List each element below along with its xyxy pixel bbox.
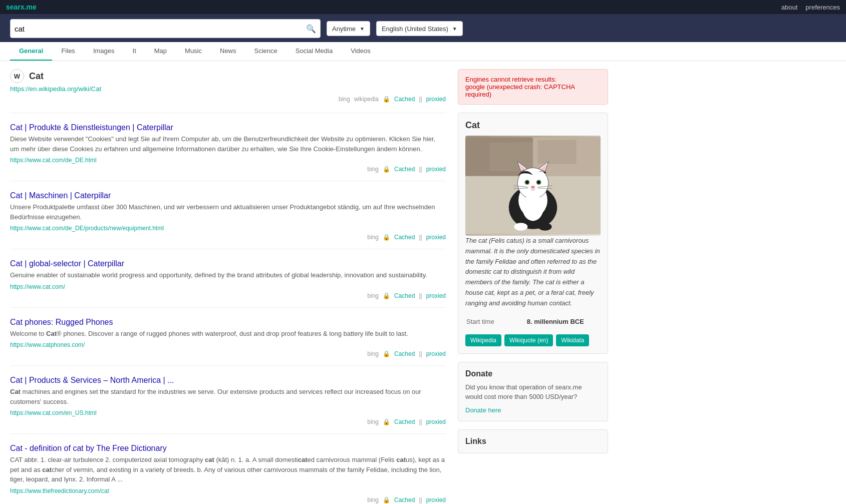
tab-social-media[interactable]: Social Media [287, 42, 342, 61]
cat-info-card: Cat [458, 113, 608, 354]
wiki-cached-link[interactable]: Cached [394, 96, 415, 103]
cached-icon-1: 🔒 [383, 234, 390, 241]
info-buttons: Wikipedia Wikiquote (en) Wikidata [465, 334, 601, 346]
result-title-1[interactable]: Cat | Maschinen | Caterpillar [10, 191, 111, 200]
tab-map[interactable]: Map [145, 42, 176, 61]
result-proxied-5[interactable]: proxied [426, 496, 446, 503]
wiki-url[interactable]: https://en.wikipedia.org/wiki/Cat [10, 85, 446, 93]
wiki-source-wikipedia: wikipedia [354, 96, 379, 103]
svg-rect-2 [489, 142, 537, 171]
donate-text: Did you know that operation of searx.me … [465, 382, 601, 402]
proxied-icon-2: || [419, 292, 422, 299]
anytime-label: Anytime [332, 25, 356, 33]
wikipedia-logo-icon: W [10, 69, 24, 83]
result-url-2[interactable]: https://www.cat.com/ [10, 283, 65, 290]
tab-images[interactable]: Images [84, 42, 124, 61]
wikipedia-button[interactable]: Wikipedia [465, 334, 501, 346]
result-cached-4[interactable]: Cached [394, 418, 415, 425]
tab-files[interactable]: Files [52, 42, 84, 61]
site-logo[interactable]: searx.me [6, 3, 37, 11]
donate-link[interactable]: Donate here [465, 406, 501, 414]
tab-videos[interactable]: Videos [342, 42, 380, 61]
search-button[interactable]: 🔍 [306, 24, 316, 34]
wiki-header: W Cat [10, 69, 446, 83]
preferences-link[interactable]: preferences [805, 4, 840, 11]
cached-icon-5: 🔒 [383, 496, 390, 503]
search-input[interactable] [15, 25, 306, 33]
result-url-1[interactable]: https://www.cat.com/de_DE/products/new/e… [10, 225, 164, 232]
result-proxied-1[interactable]: proxied [426, 234, 446, 241]
result-snippet-1: Unsere Produktpalette umfasst über 300 M… [10, 202, 446, 222]
result-cached-3[interactable]: Cached [394, 350, 415, 357]
result-url-4[interactable]: https://www.cat.com/en_US.html [10, 409, 97, 416]
result-proxied-3[interactable]: proxied [426, 350, 446, 357]
anytime-arrow-icon: ▼ [360, 26, 365, 32]
main-content: W Cat https://en.wikipedia.org/wiki/Cat … [0, 61, 846, 504]
error-title: Engines cannot retrieve results: [465, 76, 601, 83]
wiki-proxied-link[interactable]: proxied [426, 96, 446, 103]
donate-title: Donate [465, 369, 601, 378]
language-dropdown[interactable]: English (United States) ▼ [376, 21, 463, 36]
result-title-2[interactable]: Cat | global-selector | Caterpillar [10, 259, 124, 268]
result-url-3[interactable]: https://www.catphones.com/ [10, 341, 85, 348]
cached-icon-2: 🔒 [383, 292, 390, 299]
result-source-1: bing [367, 234, 379, 241]
wikidata-button[interactable]: Wikidata [556, 334, 589, 346]
sidebar: Engines cannot retrieve results: google … [458, 69, 608, 504]
result-bottom-row-3: bing 🔒 Cached || proxied [10, 350, 446, 357]
svg-rect-4 [538, 140, 577, 164]
result-title-4[interactable]: Cat | Products & Services – North Americ… [10, 376, 174, 385]
result-url-0[interactable]: https://www.cat.com/de_DE.html [10, 157, 97, 164]
result-source-5: bing [367, 496, 379, 503]
result-snippet-5: CAT abbr. 1. clear-air turbulence 2. com… [10, 455, 446, 484]
result-item-0: Cat | Produkte & Dienstleistungen | Cate… [10, 123, 446, 181]
tab-music[interactable]: Music [176, 42, 211, 61]
result-snippet-0: Diese Website verwendet "Cookies" und le… [10, 134, 446, 154]
wikiquote-button[interactable]: Wikiquote (en) [504, 334, 553, 346]
anytime-dropdown[interactable]: Anytime ▼ [327, 21, 370, 36]
top-links: about preferences [781, 4, 840, 11]
proxied-separator-icon: || [419, 96, 422, 103]
donate-card: Donate Did you know that operation of se… [458, 362, 608, 421]
result-proxied-4[interactable]: proxied [426, 418, 446, 425]
result-title-3[interactable]: Cat phones: Rugged Phones [10, 318, 113, 327]
result-cached-2[interactable]: Cached [394, 292, 415, 299]
result-cached-5[interactable]: Cached [394, 496, 415, 503]
tab-news[interactable]: News [211, 42, 245, 61]
result-url-5[interactable]: https://www.thefreedictionary.com/cat [10, 487, 109, 494]
info-table: Start time 8. millennium BCE [465, 315, 601, 328]
cat-svg-illustration [465, 136, 601, 236]
result-cached-0[interactable]: Cached [394, 166, 415, 173]
result-cached-1[interactable]: Cached [394, 234, 415, 241]
search-row: 🔍 Anytime ▼ English (United States) ▼ [10, 19, 836, 38]
svg-point-23 [522, 194, 543, 221]
info-table-row-start-time: Start time 8. millennium BCE [466, 316, 600, 327]
result-item-2: Cat | global-selector | Caterpillar Genu… [10, 259, 446, 308]
svg-point-18 [531, 186, 535, 189]
tab-it[interactable]: It [124, 42, 145, 61]
topbar: searx.me about preferences [0, 0, 846, 14]
result-title-0[interactable]: Cat | Produkte & Dienstleistungen | Cate… [10, 123, 173, 132]
result-title-5[interactable]: Cat - definition of cat by The Free Dict… [10, 444, 167, 453]
tabs-bar: General Files Images It Map Music News S… [0, 42, 846, 61]
proxied-icon-1: || [419, 234, 422, 241]
tab-science[interactable]: Science [245, 42, 287, 61]
result-bottom-row-1: bing 🔒 Cached || proxied [10, 234, 446, 241]
result-bottom-row-4: bing 🔒 Cached || proxied [10, 418, 446, 425]
language-arrow-icon: ▼ [452, 26, 457, 32]
result-item-1: Cat | Maschinen | Caterpillar Unsere Pro… [10, 191, 446, 249]
result-item-4: Cat | Products & Services – North Americ… [10, 376, 446, 434]
wiki-source-bing: bing [339, 96, 350, 103]
result-proxied-2[interactable]: proxied [426, 292, 446, 299]
result-proxied-0[interactable]: proxied [426, 166, 446, 173]
wiki-source-row: bing wikipedia 🔒 Cached || proxied [10, 96, 446, 103]
info-card-description: The cat (Felis catus) is a small carnivo… [465, 236, 601, 309]
proxied-icon-5: || [419, 496, 422, 503]
results-column: W Cat https://en.wikipedia.org/wiki/Cat … [10, 69, 446, 504]
start-time-label: Start time [466, 316, 526, 327]
about-link[interactable]: about [781, 4, 798, 11]
tab-general[interactable]: General [10, 42, 52, 61]
info-card-title: Cat [465, 120, 601, 131]
proxied-icon-4: || [419, 418, 422, 425]
result-snippet-2: Genuine enabler of sustainable world pro… [10, 270, 446, 280]
